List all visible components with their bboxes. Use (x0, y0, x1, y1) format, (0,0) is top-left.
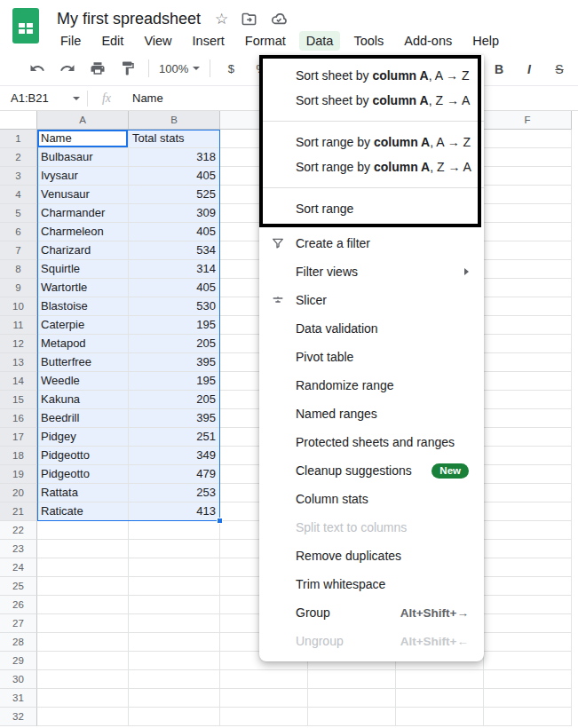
cell-C31[interactable] (220, 689, 308, 708)
zoom-select[interactable]: 100% (159, 58, 200, 79)
cell-B11[interactable]: 195 (129, 316, 220, 335)
row-header-14[interactable]: 14 (0, 372, 37, 391)
row-header-23[interactable]: 23 (0, 540, 37, 558)
cell-F16[interactable] (484, 409, 572, 428)
menu-item-slicer[interactable]: Slicer (259, 286, 484, 314)
menu-item-sort-range-z-a[interactable]: Sort range by column A, Z → A (259, 154, 484, 179)
menu-item-group[interactable]: GroupAlt+Shift+→ (259, 598, 484, 627)
col-header-F[interactable]: F (484, 111, 572, 130)
cell-F18[interactable] (484, 447, 572, 465)
cell-F1[interactable] (484, 130, 572, 148)
cell-C30[interactable] (220, 670, 308, 689)
format-currency-button[interactable]: $ (220, 58, 241, 79)
cell-A7[interactable]: Charizard (37, 241, 129, 260)
cell-B13[interactable]: 395 (129, 353, 220, 372)
cell-A13[interactable]: Butterfree (37, 353, 129, 372)
menu-item-pivot-table[interactable]: Pivot table (259, 343, 484, 371)
menu-item-cleanup-suggestions[interactable]: Cleanup suggestionsNew (259, 456, 484, 485)
cell-B30[interactable] (129, 670, 220, 689)
cell-B18[interactable]: 349 (129, 447, 220, 465)
cell-A17[interactable]: Pidgey (37, 428, 129, 447)
cell-B31[interactable] (129, 689, 220, 708)
row-header-24[interactable]: 24 (0, 558, 37, 577)
row-header-13[interactable]: 13 (0, 353, 37, 372)
cell-B28[interactable] (129, 633, 220, 652)
row-header-15[interactable]: 15 (0, 391, 37, 409)
menu-item-filter-views[interactable]: Filter views (259, 257, 484, 286)
cell-F8[interactable] (484, 260, 572, 279)
cell-B10[interactable]: 530 (129, 297, 220, 316)
cell-F14[interactable] (484, 372, 572, 391)
cell-B15[interactable]: 205 (129, 391, 220, 409)
cell-F31[interactable] (484, 689, 572, 708)
col-header-B[interactable]: B (129, 111, 220, 130)
cell-A22[interactable] (37, 521, 129, 540)
menu-item-sort-range-a-z[interactable]: Sort range by column A, A → Z (259, 130, 484, 154)
menu-item-data-validation[interactable]: Data validation (259, 314, 484, 343)
print-button[interactable] (87, 58, 108, 79)
row-header-18[interactable]: 18 (0, 447, 37, 465)
row-header-28[interactable]: 28 (0, 633, 37, 652)
menubar-item-file[interactable]: File (53, 31, 88, 51)
row-header-32[interactable]: 32 (0, 708, 37, 726)
row-header-17[interactable]: 17 (0, 428, 37, 447)
cell-F30[interactable] (484, 670, 572, 689)
cell-A20[interactable]: Rattata (37, 484, 129, 502)
cell-B4[interactable]: 525 (129, 186, 220, 204)
cell-F2[interactable] (484, 148, 572, 167)
cell-B21[interactable]: 413 (129, 502, 220, 521)
menubar-item-data[interactable]: Data (299, 31, 341, 51)
row-header-7[interactable]: 7 (0, 241, 37, 260)
row-header-25[interactable]: 25 (0, 577, 37, 596)
cell-B29[interactable] (129, 652, 220, 670)
cell-A5[interactable]: Charmander (37, 204, 129, 223)
row-header-22[interactable]: 22 (0, 521, 37, 540)
menu-item-sort-range[interactable]: Sort range (259, 196, 484, 221)
cell-F20[interactable] (484, 484, 572, 502)
cell-D30[interactable] (308, 670, 396, 689)
row-header-19[interactable]: 19 (0, 465, 37, 484)
cell-F26[interactable] (484, 596, 572, 614)
cell-A30[interactable] (37, 670, 129, 689)
cell-F22[interactable] (484, 521, 572, 540)
cell-B27[interactable] (129, 614, 220, 633)
cell-B23[interactable] (129, 540, 220, 558)
cell-B25[interactable] (129, 577, 220, 596)
cell-A24[interactable] (37, 558, 129, 577)
row-header-20[interactable]: 20 (0, 484, 37, 502)
cell-A8[interactable]: Squirtle (37, 260, 129, 279)
cell-A32[interactable] (37, 708, 129, 726)
cell-F12[interactable] (484, 335, 572, 353)
cell-A29[interactable] (37, 652, 129, 670)
row-header-27[interactable]: 27 (0, 614, 37, 633)
italic-button[interactable]: I (519, 59, 540, 80)
row-header-21[interactable]: 21 (0, 502, 37, 521)
cell-B5[interactable]: 309 (129, 204, 220, 223)
cloud-saved-icon[interactable] (270, 10, 288, 28)
cell-F27[interactable] (484, 614, 572, 633)
cell-B8[interactable]: 314 (129, 260, 220, 279)
cell-A21[interactable]: Raticate (37, 502, 129, 521)
cell-B26[interactable] (129, 596, 220, 614)
cell-B32[interactable] (129, 708, 220, 726)
menubar-item-view[interactable]: View (137, 31, 178, 51)
menubar-item-help[interactable]: Help (465, 31, 506, 51)
cell-B7[interactable]: 534 (129, 241, 220, 260)
cell-A19[interactable]: Pidgeotto (37, 465, 129, 484)
cell-F11[interactable] (484, 316, 572, 335)
cell-B22[interactable] (129, 521, 220, 540)
move-folder-icon[interactable] (241, 11, 257, 28)
undo-button[interactable] (27, 58, 48, 79)
cell-F7[interactable] (484, 241, 572, 260)
cell-B1[interactable]: Total stats (129, 130, 220, 148)
cell-B16[interactable]: 395 (129, 409, 220, 428)
cell-A23[interactable] (37, 540, 129, 558)
star-icon[interactable]: ☆ (215, 12, 228, 27)
cell-A27[interactable] (37, 614, 129, 633)
row-header-5[interactable]: 5 (0, 204, 37, 223)
cell-F9[interactable] (484, 279, 572, 297)
row-header-9[interactable]: 9 (0, 279, 37, 297)
row-header-26[interactable]: 26 (0, 596, 37, 614)
cell-B19[interactable]: 479 (129, 465, 220, 484)
redo-button[interactable] (57, 58, 78, 79)
